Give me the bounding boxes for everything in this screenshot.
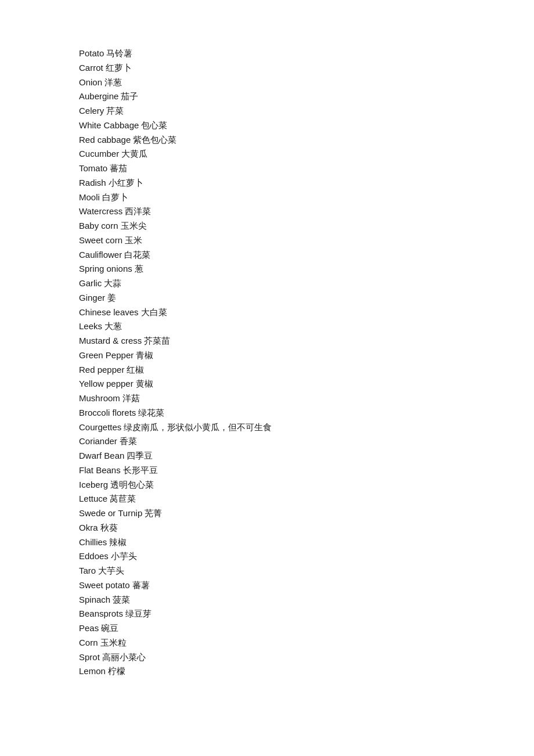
list-item: Corn玉米粒 (79, 636, 534, 650)
item-english: Garlic (79, 278, 102, 288)
item-english: Eddoes (79, 551, 109, 561)
list-item: Radish小红萝卜 (79, 176, 534, 190)
item-english: Celery (79, 106, 104, 116)
list-item: Chillies辣椒 (79, 535, 534, 550)
list-item: Spring onions葱 (79, 262, 534, 276)
item-english: Taro (79, 566, 96, 575)
item-english: Sweet potato (79, 580, 130, 590)
list-item: Mushroom洋菇 (79, 391, 534, 406)
item-chinese: 玉米粒 (100, 638, 127, 647)
item-chinese: 小芋头 (111, 551, 137, 561)
list-item: Lemon柠檬 (79, 664, 534, 679)
item-english: Courgettes (79, 422, 121, 432)
item-chinese: 马铃薯 (106, 48, 132, 58)
item-chinese: 香菜 (120, 436, 137, 446)
list-item: Cauliflower白花菜 (79, 248, 534, 262)
list-item: Red cabbage紫色包心菜 (79, 133, 534, 147)
item-english: Watercress (79, 206, 122, 216)
item-english: Cauliflower (79, 250, 122, 260)
item-english: Spring onions (79, 264, 132, 273)
list-item: Spinach菠菜 (79, 593, 534, 607)
list-item: Onion洋葱 (79, 75, 534, 90)
list-item: Okra秋葵 (79, 521, 534, 535)
list-item: Mustard & cress芥菜苗 (79, 334, 534, 348)
item-chinese: 大黄瓜 (121, 149, 147, 159)
item-english: Corn (79, 638, 98, 647)
item-chinese: 玉米 (125, 235, 142, 245)
vegetable-list: Potato马铃薯Carrot红萝卜Onion洋葱Aubergine茄子Cele… (79, 46, 534, 679)
item-chinese: 葱 (135, 264, 143, 273)
item-english: Mushroom (79, 393, 120, 403)
list-item: Beansprots绿豆芽 (79, 607, 534, 621)
item-english: Red cabbage (79, 135, 131, 145)
list-item: Cucumber大黄瓜 (79, 147, 534, 161)
list-item: Dwarf Bean四季豆 (79, 449, 534, 463)
item-english: Spinach (79, 595, 110, 604)
list-item: Swede or Turnip芜菁 (79, 506, 534, 521)
item-english: Peas (79, 623, 99, 633)
item-chinese: 白花菜 (124, 250, 150, 260)
item-chinese: 黄椒 (136, 379, 153, 388)
list-item: Flat Beans长形平豆 (79, 463, 534, 478)
list-item: Celery芹菜 (79, 104, 534, 118)
item-english: Okra (79, 523, 98, 532)
list-item: Taro大芋头 (79, 564, 534, 578)
item-english: White Cabbage (79, 120, 139, 130)
item-chinese: 四季豆 (127, 451, 153, 460)
list-item: Mooli白萝卜 (79, 190, 534, 205)
item-english: Red pepper (79, 365, 124, 375)
item-english: Chillies (79, 537, 107, 547)
item-chinese: 大芋头 (98, 566, 124, 575)
item-chinese: 透明包心菜 (110, 480, 154, 489)
item-english: Swede or Turnip (79, 508, 142, 518)
item-chinese: 高丽小菜心 (102, 652, 146, 662)
list-item: Baby corn玉米尖 (79, 219, 534, 233)
list-item: Iceberg透明包心菜 (79, 478, 534, 492)
item-chinese: 绿皮南瓜，形状似小黄瓜，但不可生食 (124, 422, 272, 432)
item-english: Beansprots (79, 609, 123, 618)
list-item: Sweet corn玉米 (79, 233, 534, 248)
item-chinese: 绿豆芽 (125, 609, 151, 618)
list-item: Coriander香菜 (79, 434, 534, 449)
item-english: Baby corn (79, 221, 118, 231)
item-chinese: 紫色包心菜 (133, 135, 176, 145)
item-chinese: 蕃薯 (132, 580, 150, 590)
item-chinese: 芥菜苗 (144, 336, 170, 345)
list-item: White Cabbage包心菜 (79, 118, 534, 133)
item-chinese: 茄子 (121, 91, 138, 101)
item-chinese: 洋菇 (122, 393, 140, 403)
list-item: Sprot高丽小菜心 (79, 650, 534, 665)
item-english: Onion (79, 77, 102, 87)
item-chinese: 青椒 (136, 350, 153, 360)
item-english: Mooli (79, 192, 100, 202)
item-chinese: 姜 (107, 293, 116, 303)
item-chinese: 芜菁 (145, 508, 162, 518)
item-chinese: 芹菜 (106, 106, 124, 116)
item-english: Dwarf Bean (79, 451, 124, 460)
item-chinese: 玉米尖 (121, 221, 147, 231)
item-chinese: 红萝卜 (106, 63, 132, 73)
item-chinese: 辣椒 (109, 537, 127, 547)
item-english: Coriander (79, 436, 117, 446)
item-english: Chinese leaves (79, 307, 139, 317)
list-item: Tomato蕃茄 (79, 161, 534, 176)
list-item: Watercress西洋菜 (79, 204, 534, 219)
item-chinese: 柠檬 (108, 666, 125, 676)
item-english: Leeks (79, 321, 102, 331)
item-chinese: 白萝卜 (102, 192, 128, 202)
item-chinese: 大蒜 (104, 278, 121, 288)
list-item: Yellow pepper黄椒 (79, 377, 534, 391)
list-item: Red pepper红椒 (79, 363, 534, 377)
item-english: Sprot (79, 652, 100, 662)
list-item: Peas碗豆 (79, 621, 534, 636)
item-english: Tomato (79, 163, 107, 173)
list-item: Green Pepper青椒 (79, 348, 534, 363)
list-item: Leeks大葱 (79, 319, 534, 334)
item-chinese: 蕃茄 (110, 163, 127, 173)
item-english: Potato (79, 48, 104, 58)
list-item: Chinese leaves大白菜 (79, 305, 534, 320)
item-chinese: 绿花菜 (138, 408, 164, 417)
item-english: Lettuce (79, 494, 107, 503)
item-chinese: 红椒 (127, 365, 144, 375)
item-english: Ginger (79, 293, 105, 303)
